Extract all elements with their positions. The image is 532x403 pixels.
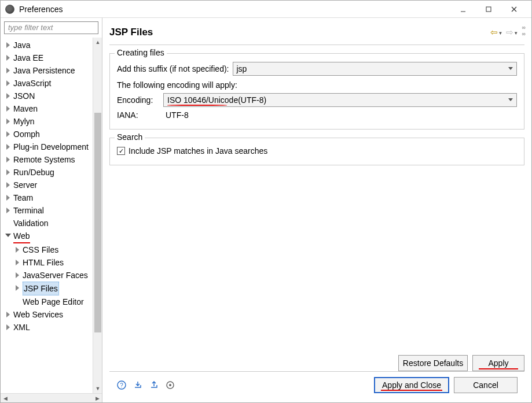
encoding-value: ISO 10646/Unicode(UTF-8) (167, 95, 266, 105)
tree-item-web[interactable]: Web (3, 230, 102, 243)
suffix-label: Add this suffix (if not specified): (117, 64, 229, 73)
chevron-right-icon (4, 194, 12, 202)
suffix-value: jsp (237, 64, 247, 73)
chevron-right-icon (4, 323, 12, 331)
page-header: JSP Files ⇦▼ ⇨▼ ° °° ° (109, 23, 524, 45)
chevron-right-icon (4, 156, 12, 164)
vertical-scrollbar[interactable]: ▲ ▼ (93, 38, 102, 393)
tree-item[interactable]: Web Services (3, 308, 102, 321)
chevron-down-icon (508, 98, 513, 101)
tree-item[interactable]: Remote Systems (3, 153, 102, 166)
iana-value: UTF-8 (163, 110, 189, 120)
minimize-button[interactable] (450, 1, 476, 17)
cancel-button[interactable]: Cancel (454, 377, 518, 393)
chevron-right-icon (4, 117, 12, 125)
tree-item[interactable]: XML (3, 321, 102, 334)
chevron-down-icon (508, 67, 513, 70)
tree-item[interactable]: Oomph (3, 128, 102, 141)
tree-item[interactable]: Terminal (3, 204, 102, 217)
horizontal-scrollbar[interactable]: ◀ ▶ (1, 393, 102, 402)
tree-item[interactable]: Validation (3, 217, 102, 230)
app-icon (5, 5, 14, 14)
svg-rect-1 (486, 7, 491, 12)
chevron-right-icon (4, 310, 12, 319)
tree-item[interactable]: Team (3, 191, 102, 204)
chevron-right-icon (13, 271, 21, 279)
content-pane: JSP Files ⇦▼ ⇨▼ ° °° ° Creating files Ad… (102, 18, 531, 402)
tree-item[interactable]: JavaScript (3, 77, 102, 90)
svg-point-7 (169, 384, 171, 386)
scroll-down-icon[interactable]: ▼ (93, 384, 102, 393)
dialog-footer: ? Apply and Close Cancel (109, 371, 524, 398)
nav-forward-button[interactable]: ⇨▼ (506, 27, 518, 38)
sidebar: type filter text Java Java EE Java Persi… (1, 18, 102, 402)
chevron-right-icon (4, 92, 12, 100)
tree-item[interactable]: Maven (3, 102, 102, 115)
scroll-thumb[interactable] (94, 113, 101, 332)
scroll-up-icon[interactable]: ▲ (93, 38, 102, 47)
page-title: JSP Files (109, 27, 490, 38)
chevron-right-icon (13, 284, 21, 292)
chevron-right-icon (4, 54, 12, 62)
iana-label: IANA: (117, 110, 160, 120)
chevron-right-icon (13, 258, 21, 267)
help-icon[interactable]: ? (116, 380, 127, 390)
group-creating-files: Creating files Add this suffix (if not s… (109, 53, 524, 130)
tree-item[interactable]: Java EE (3, 51, 102, 64)
scroll-right-icon[interactable]: ▶ (93, 394, 102, 403)
tree-item[interactable]: Mylyn (3, 115, 102, 128)
encoding-note: The following encoding will apply: (117, 80, 237, 90)
window-title: Preferences (19, 5, 450, 14)
tree-item[interactable]: Java Persistence (3, 64, 102, 77)
tree-item-jsp-files[interactable]: JSP Files (3, 282, 102, 295)
include-jsp-checkbox[interactable] (117, 147, 125, 155)
maximize-button[interactable] (476, 1, 501, 17)
chevron-right-icon (4, 130, 12, 138)
tree-item[interactable]: Plug-in Development (3, 141, 102, 153)
chevron-right-icon (4, 143, 12, 151)
chevron-right-icon (4, 105, 12, 113)
include-jsp-label: Include JSP matches in Java searches (129, 146, 267, 156)
filter-text-input[interactable]: type filter text (4, 21, 98, 34)
close-button[interactable] (501, 1, 527, 17)
encoding-label: Encoding: (117, 95, 160, 105)
tree-item[interactable]: JSON (3, 90, 102, 102)
restore-defaults-button[interactable]: Restore Defaults (398, 355, 468, 371)
chevron-right-icon (13, 246, 21, 254)
suffix-combo[interactable]: jsp (233, 62, 518, 76)
chevron-right-icon (4, 66, 12, 75)
apply-and-close-button[interactable]: Apply and Close (374, 377, 449, 393)
group-legend: Creating files (115, 48, 167, 57)
encoding-combo[interactable]: ISO 10646/Unicode(UTF-8) (163, 93, 517, 107)
tree-item[interactable]: Run/Debug (3, 166, 102, 179)
chevron-right-icon (4, 79, 12, 87)
tree-item[interactable]: Web Page Editor (3, 295, 102, 308)
tree-item[interactable]: CSS Files (3, 243, 102, 256)
chevron-right-icon (4, 181, 12, 189)
main-area: type filter text Java Java EE Java Persi… (1, 18, 531, 402)
title-bar: Preferences (1, 1, 531, 18)
tree-item[interactable]: JavaServer Faces (3, 269, 102, 282)
oomph-record-icon[interactable] (165, 380, 175, 390)
tree-item[interactable]: Java (3, 39, 102, 51)
group-search: Search Include JSP matches in Java searc… (109, 138, 524, 165)
svg-text:?: ? (120, 382, 123, 389)
export-icon[interactable] (149, 380, 159, 390)
tree-item[interactable]: Server (3, 179, 102, 191)
view-menu-icon[interactable]: ° °° ° (522, 26, 524, 39)
import-icon[interactable] (133, 380, 143, 390)
tree-item[interactable]: HTML Files (3, 256, 102, 269)
preference-tree[interactable]: Java Java EE Java Persistence JavaScript… (1, 38, 102, 393)
chevron-right-icon (4, 168, 12, 176)
chevron-right-icon (4, 41, 12, 49)
chevron-right-icon (4, 206, 12, 215)
scroll-left-icon[interactable]: ◀ (1, 394, 10, 403)
group-legend: Search (115, 132, 145, 142)
chevron-down-icon (4, 232, 12, 240)
nav-back-button[interactable]: ⇦▼ (490, 27, 502, 38)
apply-button[interactable]: Apply (472, 355, 524, 371)
